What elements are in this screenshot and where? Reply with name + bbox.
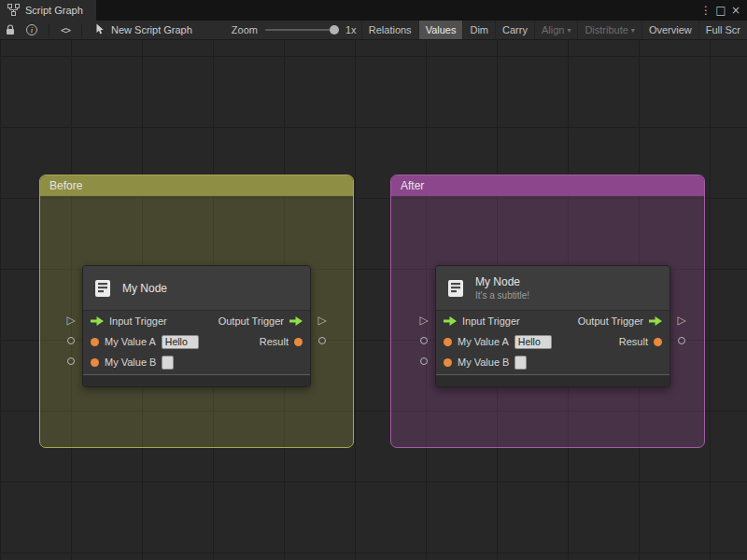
- group-label: After: [401, 179, 424, 192]
- tab-script-graph[interactable]: Script Graph: [0, 0, 96, 21]
- external-value-port[interactable]: [418, 356, 430, 367]
- node-title: My Node: [122, 282, 167, 295]
- group-header[interactable]: Before: [40, 175, 353, 196]
- fullscreen-button[interactable]: Full Scr: [698, 21, 747, 40]
- node-subtitle: It's a subtitle!: [475, 290, 529, 301]
- info-icon[interactable]: i: [21, 21, 43, 40]
- node-after[interactable]: My Node It's a subtitle! Input Trigger O…: [435, 265, 670, 387]
- dim-button[interactable]: Dim: [462, 21, 495, 40]
- info-glyph: i: [26, 24, 37, 35]
- script-graph-window: Script Graph ⋮ □ × i <>: [0, 0, 747, 560]
- input-trigger-port[interactable]: Input Trigger: [444, 315, 520, 327]
- value-b-port[interactable]: My Value B: [444, 356, 527, 370]
- circle-port-icon: [318, 337, 326, 344]
- value-port-icon: [91, 338, 99, 346]
- toolbar-buttons: Relations Values Dim Carry Align ▾ Distr…: [361, 21, 747, 40]
- graph-name-button[interactable]: New Script Graph: [88, 23, 200, 36]
- trigger-arrow-icon: [91, 316, 104, 326]
- result-port[interactable]: Result: [260, 336, 303, 347]
- external-output-trigger-port[interactable]: ▷: [676, 315, 687, 326]
- window-controls: ⋮ □ ×: [698, 0, 747, 21]
- carry-button[interactable]: Carry: [495, 21, 534, 40]
- circle-port-icon: [67, 337, 75, 344]
- port-label: Result: [619, 336, 648, 347]
- port-label: Output Trigger: [218, 315, 284, 327]
- value-b-input[interactable]: [162, 356, 174, 370]
- external-value-port[interactable]: [65, 335, 77, 346]
- relations-button[interactable]: Relations: [361, 21, 418, 40]
- trigger-arrow-icon: [444, 316, 457, 326]
- node-row: My Value B: [436, 352, 669, 372]
- port-label: Result: [260, 336, 289, 347]
- tab-bar: Script Graph ⋮ □ ×: [0, 0, 747, 21]
- value-port-icon: [294, 338, 303, 346]
- external-result-port[interactable]: [317, 335, 328, 346]
- circle-port-icon: [420, 337, 428, 344]
- port-label: Output Trigger: [578, 315, 643, 327]
- external-input-trigger-port[interactable]: ▷: [65, 315, 77, 326]
- node-row: Input Trigger Output Trigger: [436, 311, 669, 331]
- node-row: My Value A Result: [83, 331, 310, 352]
- group-header[interactable]: After: [391, 175, 704, 196]
- lock-icon[interactable]: [0, 21, 21, 40]
- value-b-input[interactable]: [514, 356, 527, 370]
- toolbar-separator: [81, 23, 82, 36]
- output-trigger-port[interactable]: Output Trigger: [578, 315, 662, 327]
- circle-port-icon: [678, 337, 685, 344]
- value-a-port[interactable]: My Value A: [91, 335, 199, 349]
- circle-port-icon: [420, 357, 428, 365]
- maximize-icon[interactable]: □: [713, 4, 728, 17]
- chevron-down-icon: ▾: [631, 26, 635, 35]
- value-a-port[interactable]: My Value A: [444, 335, 552, 349]
- port-label: Input Trigger: [462, 315, 520, 327]
- output-trigger-port[interactable]: Output Trigger: [218, 315, 303, 327]
- values-button[interactable]: Values: [418, 21, 463, 40]
- port-label: Input Trigger: [109, 315, 167, 327]
- tab-bar-spacer: [96, 0, 698, 21]
- value-a-input[interactable]: [162, 335, 199, 349]
- circle-port-icon: [67, 357, 75, 365]
- zoom-slider-track: [265, 29, 338, 31]
- port-label: My Value A: [458, 336, 509, 347]
- external-value-port[interactable]: [418, 335, 430, 346]
- close-icon[interactable]: ×: [728, 4, 743, 17]
- window-menu-icon[interactable]: ⋮: [698, 4, 713, 17]
- external-result-port[interactable]: [676, 335, 687, 346]
- zoom-value: 1x: [345, 24, 357, 35]
- graph-canvas[interactable]: Before After My Node: [0, 40, 747, 560]
- input-trigger-port[interactable]: Input Trigger: [91, 315, 167, 327]
- port-label: My Value A: [105, 336, 156, 347]
- value-b-port[interactable]: My Value B: [91, 356, 174, 370]
- value-a-input[interactable]: [514, 335, 552, 349]
- zoom-slider-knob[interactable]: [330, 25, 339, 35]
- tab-title: Script Graph: [25, 5, 83, 16]
- node-footer: [83, 374, 310, 386]
- node-row: My Value B: [83, 352, 310, 372]
- result-port[interactable]: Result: [619, 336, 662, 347]
- external-value-port[interactable]: [65, 356, 77, 367]
- graph-tab-icon: [7, 4, 20, 18]
- chevron-down-icon: ▾: [567, 26, 571, 35]
- node-header[interactable]: My Node It's a subtitle!: [436, 266, 669, 311]
- value-port-icon: [444, 338, 452, 346]
- distribute-button[interactable]: Distribute ▾: [577, 21, 641, 40]
- node-before[interactable]: My Node Input Trigger Output Trigger: [82, 265, 311, 387]
- align-button[interactable]: Align ▾: [534, 21, 577, 40]
- graph-name-label: New Script Graph: [111, 24, 192, 35]
- overview-button[interactable]: Overview: [641, 21, 698, 40]
- zoom-label: Zoom: [232, 24, 258, 35]
- graph-toolbar: i <> New Script Graph Zoom 1x Relati: [0, 21, 747, 40]
- external-input-trigger-port[interactable]: ▷: [418, 315, 430, 326]
- node-footer: [436, 374, 669, 386]
- value-port-icon: [654, 338, 662, 346]
- value-port-icon: [444, 358, 452, 367]
- toolbar-separator: [49, 23, 49, 36]
- port-label: My Value B: [458, 357, 509, 368]
- node-row: Input Trigger Output Trigger: [83, 311, 310, 331]
- node-title-block: My Node: [122, 282, 167, 295]
- code-icon[interactable]: <>: [55, 21, 76, 40]
- zoom-slider[interactable]: [265, 25, 338, 35]
- node-header[interactable]: My Node: [83, 266, 310, 311]
- zoom-control: Zoom 1x: [232, 24, 357, 35]
- external-output-trigger-port[interactable]: ▷: [317, 315, 328, 326]
